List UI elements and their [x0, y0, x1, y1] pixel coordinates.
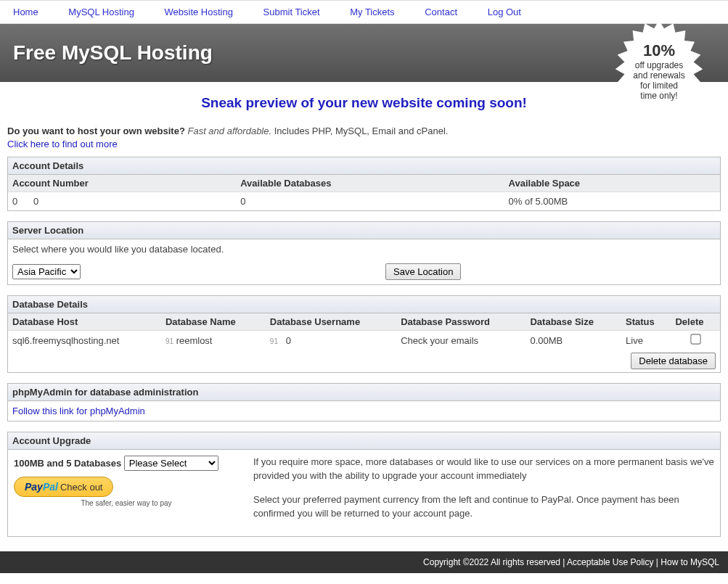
nav-logout[interactable]: Log Out — [488, 7, 521, 17]
account-details-panel: Account Details Account Number Available… — [7, 157, 721, 211]
promo-percent: 10% — [643, 41, 675, 60]
phpmyadmin-link[interactable]: Follow this link for phpMyAdmin — [8, 401, 150, 421]
nav-contact[interactable]: Contact — [425, 7, 457, 17]
table-row: sql6.freemysqlhosting.net 91 reemlost 91… — [8, 331, 720, 350]
upgrade-desc-1: If you require more space, more database… — [253, 456, 714, 483]
intro-text: Do you want to host your own website? Fa… — [7, 118, 721, 157]
footer-aup-link[interactable]: Acceptable Use Policy — [567, 557, 653, 567]
phpmyadmin-title: phpMyAdmin for database administration — [8, 384, 720, 401]
footer: Copyright ©2022 All rights reserved | Ac… — [0, 551, 728, 573]
db-status-value: Live — [621, 331, 671, 350]
col-db-username: Database Username — [266, 313, 396, 331]
db-delete-checkbox[interactable] — [690, 334, 700, 344]
preview-banner: Sneak preview of your new website coming… — [0, 82, 728, 118]
col-db-host: Database Host — [8, 313, 161, 331]
account-number-value: 0 0 — [8, 192, 236, 211]
footer-copyright: Copyright ©2022 All rights reserved — [423, 557, 560, 567]
server-location-title: Server Location — [8, 222, 720, 239]
promo-line: time only! — [640, 91, 677, 101]
db-name-value: 91 reemlost — [161, 331, 266, 350]
paypal-safer-text: The safer, easier way to pay — [14, 499, 239, 507]
server-location-select[interactable]: Asia Pacific — [12, 264, 81, 279]
nav-submit-ticket[interactable]: Submit Ticket — [263, 7, 320, 17]
col-db-status: Status — [621, 313, 671, 331]
col-db-size: Database Size — [525, 313, 621, 331]
intro-question: Do you want to host your own website? — [7, 126, 185, 136]
col-available-databases: Available Databases — [236, 175, 504, 192]
page-header: Free MySQL Hosting 10% off upgrades and … — [0, 24, 728, 82]
delete-row: Delete database — [8, 350, 720, 372]
database-table: Database Host Database Name Database Use… — [8, 313, 720, 372]
col-db-delete: Delete — [671, 313, 720, 331]
col-available-space: Available Space — [504, 175, 720, 192]
nav-mysql-hosting[interactable]: MySQL Hosting — [68, 7, 134, 17]
nav-website-hosting[interactable]: Website Hosting — [165, 7, 233, 17]
db-size-value: 0.00MB — [525, 331, 621, 350]
col-db-name: Database Name — [161, 313, 266, 331]
delete-database-button[interactable]: Delete database — [631, 353, 716, 369]
footer-howto-link[interactable]: How to MySQL — [660, 557, 719, 567]
database-details-title: Database Details — [8, 296, 720, 313]
db-password-value: Check your emails — [396, 331, 525, 350]
col-account-number: Account Number — [8, 175, 236, 192]
upgrade-currency-select[interactable]: Please Select — [124, 456, 218, 471]
db-username-value: 91 0 — [266, 331, 396, 350]
nav-home[interactable]: Home — [13, 7, 38, 17]
account-upgrade-panel: Account Upgrade 100MB and 5 Databases Pl… — [7, 432, 721, 537]
table-row: 0 0 0 0% of 5.00MB — [8, 192, 720, 211]
phpmyadmin-panel: phpMyAdmin for database administration F… — [7, 383, 721, 421]
nav-my-tickets[interactable]: My Tickets — [350, 7, 394, 17]
top-nav: Home MySQL Hosting Website Hosting Submi… — [0, 0, 728, 24]
col-db-password: Database Password — [396, 313, 525, 331]
account-upgrade-title: Account Upgrade — [8, 432, 720, 450]
save-location-button[interactable]: Save Location — [385, 263, 461, 280]
intro-tagline: Fast and affordable. — [187, 126, 271, 136]
upgrade-desc-2: Select your preferred payment currency f… — [253, 493, 714, 521]
account-table: Account Number Available Databases Avail… — [8, 175, 720, 210]
account-details-title: Account Details — [8, 157, 720, 175]
available-databases-value: 0 — [236, 192, 504, 211]
paypal-checkout-button[interactable]: PayPal Check out — [14, 477, 113, 497]
intro-rest: Includes PHP, MySQL, Email and cPanel. — [271, 126, 448, 136]
promo-line: and renewals — [633, 70, 684, 81]
promo-line: off upgrades — [635, 60, 684, 70]
db-host-value: sql6.freemysqlhosting.net — [8, 331, 161, 350]
available-space-value: 0% of 5.00MB — [504, 192, 720, 211]
find-out-more-link[interactable]: Click here to find out more — [7, 139, 721, 149]
server-location-desc: Select where you would like you database… — [8, 239, 720, 259]
server-location-panel: Server Location Select where you would l… — [7, 221, 721, 285]
promo-line: for limited — [640, 81, 678, 91]
upgrade-plan-label: 100MB and 5 Databases — [14, 458, 121, 469]
database-details-panel: Database Details Database Host Database … — [7, 295, 721, 373]
page-title: Free MySQL Hosting — [13, 41, 715, 65]
